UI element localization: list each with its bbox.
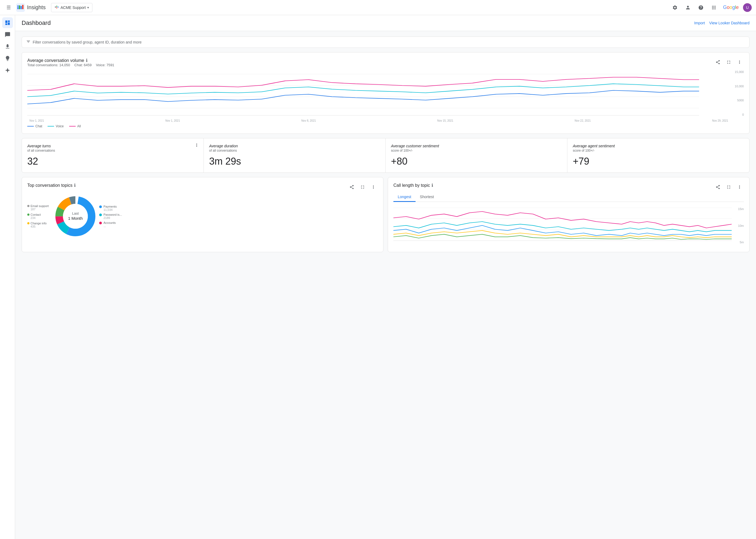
metric-turns-sublabel: of all conversations xyxy=(27,149,198,152)
avg-volume-card-actions xyxy=(714,58,744,66)
password-dot xyxy=(99,213,102,216)
settings-button[interactable] xyxy=(670,3,680,12)
metric-cust-sentiment-sublabel: score of 100+/- xyxy=(391,149,562,152)
call-length-card: Call length by topic ℹ xyxy=(388,177,749,252)
tab-longest[interactable]: Longest xyxy=(393,193,416,202)
import-link[interactable]: Import xyxy=(694,21,705,25)
sidebar-item-conversations[interactable] xyxy=(2,29,13,40)
call-length-info-icon[interactable]: ℹ xyxy=(432,183,433,188)
chart-legend: Chat Voice All xyxy=(27,124,744,128)
topics-card: Top conversation topics ℹ xyxy=(22,177,383,252)
app-logo[interactable]: Insights xyxy=(16,3,46,12)
metrics-row: Average turns of all conversations 32 Av… xyxy=(22,138,749,173)
metric-avg-turns: Average turns of all conversations 32 xyxy=(22,138,204,173)
call-length-chart-area xyxy=(393,205,732,247)
topics-expand-button[interactable] xyxy=(358,183,367,192)
x-axis-labels: Nov 1, 2021 Nov 1, 2021 Nov 8, 2021 Nov … xyxy=(27,119,730,122)
metric-avg-duration: Average duration of all conversations 3m… xyxy=(204,138,385,173)
svg-point-9 xyxy=(57,7,59,8)
filter-icon xyxy=(26,39,31,45)
metric-turns-more[interactable] xyxy=(194,143,199,149)
legend-chat-line xyxy=(27,126,34,126)
metric-duration-sublabel: of all conversations xyxy=(209,149,380,152)
hamburger-icon[interactable]: ☰ xyxy=(4,2,13,13)
call-length-title: Call length by topic ℹ xyxy=(393,183,433,188)
avg-volume-info-icon[interactable]: ℹ xyxy=(86,58,88,63)
view-looker-link[interactable]: View Looker Dashboard xyxy=(709,21,749,25)
legend-payments: Payments 11,034 xyxy=(99,205,123,211)
top-nav: ☰ Insights ACME Support ▾ Google U xyxy=(0,0,756,15)
topics-info-icon[interactable]: ℹ xyxy=(74,183,76,188)
metric-agent-sentiment-label: Average agent sentiment xyxy=(573,144,744,148)
metric-cust-sentiment-value: +80 xyxy=(391,156,562,167)
workspace-dots-icon xyxy=(55,5,59,10)
expand-button[interactable] xyxy=(724,58,733,66)
svg-point-8 xyxy=(56,6,57,7)
legend-password: Password is... 2189 xyxy=(99,213,123,219)
email-dot xyxy=(27,205,30,207)
accounts-dot xyxy=(99,222,102,224)
sidebar-item-lightbulb[interactable] xyxy=(2,53,13,64)
call-length-chart-wrapper: 15m 10m 5m xyxy=(393,205,744,247)
legend-voice: Voice xyxy=(47,124,63,128)
avg-volume-title-area: Average conversation volume ℹ Total conv… xyxy=(27,58,114,68)
metric-turns-value: 32 xyxy=(27,156,198,167)
legend-all: All xyxy=(69,124,81,128)
call-length-chart-svg xyxy=(393,205,732,246)
svg-text:Last: Last xyxy=(72,211,79,215)
avg-volume-card-header: Average conversation volume ℹ Total conv… xyxy=(27,58,744,68)
sidebar-item-sparkle[interactable] xyxy=(2,65,13,76)
content-area: Filter conversations by saved group, age… xyxy=(15,31,756,262)
page-title: Dashboard xyxy=(22,20,51,27)
donut-label-change-info: Change info 435 xyxy=(27,222,52,228)
legend-accounts: Accounts ... xyxy=(99,221,123,228)
avg-volume-chart-svg xyxy=(27,69,730,118)
donut-svg: Last 1 Month xyxy=(54,194,97,238)
avg-volume-stats: Total conversations: 14,050 Chat: 6459 V… xyxy=(27,63,114,67)
workspace-selector[interactable]: ACME Support ▾ xyxy=(51,3,93,12)
page-header: Dashboard Import View Looker Dashboard xyxy=(15,15,756,31)
topics-card-actions xyxy=(347,183,378,192)
legend-voice-line xyxy=(47,126,54,126)
svg-point-10 xyxy=(56,7,57,8)
topics-card-header: Top conversation topics ℹ xyxy=(27,183,378,192)
call-length-more-button[interactable] xyxy=(735,183,744,192)
metric-customer-sentiment: Average customer sentiment score of 100+… xyxy=(385,138,567,173)
metric-duration-label: Average duration xyxy=(209,144,380,148)
more-options-button[interactable] xyxy=(735,58,744,66)
call-length-expand-button[interactable] xyxy=(724,183,733,192)
apps-icon-button[interactable] xyxy=(709,3,719,12)
metric-agent-sentiment-value: +79 xyxy=(573,156,744,167)
sidebar-item-dashboard[interactable] xyxy=(2,17,13,28)
filter-text: Filter conversations by saved group, age… xyxy=(33,40,142,44)
svg-text:1 Month: 1 Month xyxy=(68,216,83,221)
svg-rect-4 xyxy=(19,7,20,9)
person-icon-button[interactable] xyxy=(683,3,693,12)
call-length-share-button[interactable] xyxy=(714,183,722,192)
donut-label-contact: Contact 234 xyxy=(27,213,52,219)
payments-dot xyxy=(99,205,102,208)
donut-label-email: Email support 187 xyxy=(27,204,52,211)
help-icon-button[interactable] xyxy=(696,3,706,12)
topics-more-button[interactable] xyxy=(369,183,378,192)
header-actions: Import View Looker Dashboard xyxy=(694,21,749,25)
share-button[interactable] xyxy=(714,58,722,66)
sidebar-item-upload[interactable] xyxy=(2,41,13,52)
filter-bar[interactable]: Filter conversations by saved group, age… xyxy=(22,37,749,48)
call-length-y-axis: 15m 10m 5m xyxy=(732,205,744,247)
svg-rect-5 xyxy=(21,6,22,9)
topics-share-button[interactable] xyxy=(347,183,356,192)
bottom-row: Top conversation topics ℹ xyxy=(22,177,749,257)
metric-duration-value: 3m 29s xyxy=(209,156,380,167)
metric-cust-sentiment-label: Average customer sentiment xyxy=(391,144,562,148)
metric-agent-sentiment: Average agent sentiment score of 100+/- … xyxy=(567,138,749,173)
user-avatar[interactable]: U xyxy=(743,3,752,12)
svg-rect-6 xyxy=(22,5,24,9)
donut-chart: Last 1 Month xyxy=(54,194,97,238)
change-info-dot xyxy=(27,222,30,224)
workspace-dropdown-icon: ▾ xyxy=(87,6,89,10)
tab-shortest[interactable]: Shortest xyxy=(416,193,438,202)
sidebar xyxy=(0,15,15,539)
topics-title: Top conversation topics ℹ xyxy=(27,183,76,188)
donut-area: Email support 187 Contact 234 xyxy=(27,194,378,238)
